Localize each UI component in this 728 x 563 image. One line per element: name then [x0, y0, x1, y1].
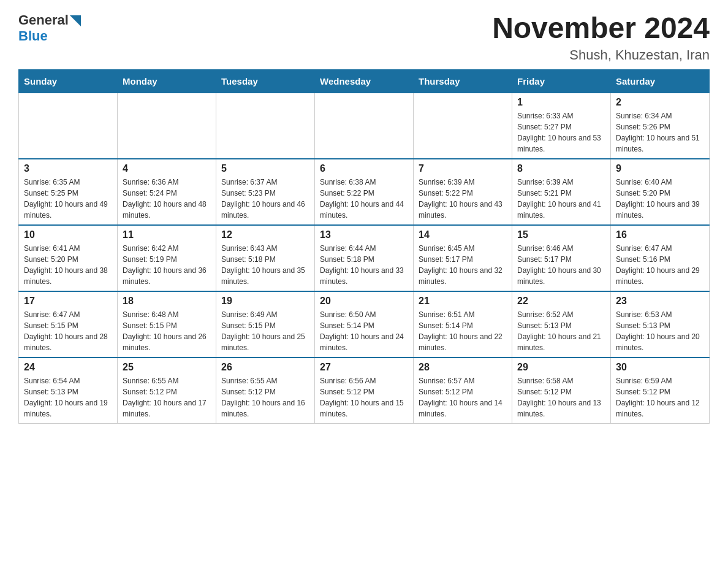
- day-number: 10: [24, 229, 112, 240]
- calendar-cell: 23Sunrise: 6:53 AM Sunset: 5:13 PM Dayli…: [611, 291, 710, 358]
- calendar-cell: 6Sunrise: 6:38 AM Sunset: 5:22 PM Daylig…: [315, 159, 414, 225]
- calendar-cell: 14Sunrise: 6:45 AM Sunset: 5:17 PM Dayli…: [414, 225, 512, 291]
- calendar-cell: [414, 93, 512, 159]
- day-number: 14: [419, 229, 507, 240]
- day-info: Sunrise: 6:47 AM Sunset: 5:16 PM Dayligh…: [616, 243, 704, 287]
- calendar-cell: 12Sunrise: 6:43 AM Sunset: 5:18 PM Dayli…: [216, 225, 315, 291]
- day-number: 23: [616, 296, 704, 307]
- day-info: Sunrise: 6:33 AM Sunset: 5:27 PM Dayligh…: [517, 110, 605, 155]
- calendar-week-row: 17Sunrise: 6:47 AM Sunset: 5:15 PM Dayli…: [19, 291, 710, 358]
- day-number: 25: [123, 362, 211, 373]
- day-number: 18: [123, 296, 211, 307]
- day-info: Sunrise: 6:55 AM Sunset: 5:12 PM Dayligh…: [123, 375, 211, 419]
- day-info: Sunrise: 6:54 AM Sunset: 5:13 PM Dayligh…: [24, 375, 112, 419]
- calendar-cell: 18Sunrise: 6:48 AM Sunset: 5:15 PM Dayli…: [118, 291, 216, 358]
- calendar-table: SundayMondayTuesdayWednesdayThursdayFrid…: [18, 69, 710, 424]
- day-info: Sunrise: 6:51 AM Sunset: 5:14 PM Dayligh…: [419, 309, 507, 353]
- calendar-cell: 27Sunrise: 6:56 AM Sunset: 5:12 PM Dayli…: [315, 358, 414, 424]
- calendar-cell: 10Sunrise: 6:41 AM Sunset: 5:20 PM Dayli…: [19, 225, 118, 291]
- calendar-cell: 22Sunrise: 6:52 AM Sunset: 5:13 PM Dayli…: [512, 291, 611, 358]
- day-info: Sunrise: 6:49 AM Sunset: 5:15 PM Dayligh…: [221, 309, 309, 353]
- calendar-cell: 7Sunrise: 6:39 AM Sunset: 5:22 PM Daylig…: [414, 159, 512, 225]
- calendar-cell: 15Sunrise: 6:46 AM Sunset: 5:17 PM Dayli…: [512, 225, 611, 291]
- calendar-header-row: SundayMondayTuesdayWednesdayThursdayFrid…: [19, 69, 710, 93]
- day-number: 2: [616, 97, 704, 108]
- day-info: Sunrise: 6:45 AM Sunset: 5:17 PM Dayligh…: [419, 243, 507, 287]
- title-block: November 2024 Shush, Khuzestan, Iran: [492, 12, 710, 63]
- day-info: Sunrise: 6:53 AM Sunset: 5:13 PM Dayligh…: [616, 309, 704, 353]
- calendar-cell: [315, 93, 414, 159]
- calendar-cell: 16Sunrise: 6:47 AM Sunset: 5:16 PM Dayli…: [611, 225, 710, 291]
- day-number: 16: [616, 229, 704, 240]
- day-info: Sunrise: 6:48 AM Sunset: 5:15 PM Dayligh…: [123, 309, 211, 353]
- logo: General Blue: [18, 12, 81, 44]
- day-number: 12: [221, 229, 309, 240]
- day-info: Sunrise: 6:36 AM Sunset: 5:24 PM Dayligh…: [123, 177, 211, 221]
- day-number: 27: [320, 362, 408, 373]
- day-info: Sunrise: 6:42 AM Sunset: 5:19 PM Dayligh…: [123, 243, 211, 287]
- day-number: 5: [221, 163, 309, 174]
- calendar-week-row: 10Sunrise: 6:41 AM Sunset: 5:20 PM Dayli…: [19, 225, 710, 291]
- calendar-cell: 8Sunrise: 6:39 AM Sunset: 5:21 PM Daylig…: [512, 159, 611, 225]
- calendar-cell: 17Sunrise: 6:47 AM Sunset: 5:15 PM Dayli…: [19, 291, 118, 358]
- day-number: 28: [419, 362, 507, 373]
- calendar-cell: 13Sunrise: 6:44 AM Sunset: 5:18 PM Dayli…: [315, 225, 414, 291]
- day-info: Sunrise: 6:50 AM Sunset: 5:14 PM Dayligh…: [320, 309, 408, 353]
- calendar-cell: 19Sunrise: 6:49 AM Sunset: 5:15 PM Dayli…: [216, 291, 315, 358]
- calendar-cell: 21Sunrise: 6:51 AM Sunset: 5:14 PM Dayli…: [414, 291, 512, 358]
- weekday-header-wednesday: Wednesday: [315, 69, 414, 93]
- calendar-week-row: 3Sunrise: 6:35 AM Sunset: 5:25 PM Daylig…: [19, 159, 710, 225]
- day-number: 19: [221, 296, 309, 307]
- day-info: Sunrise: 6:35 AM Sunset: 5:25 PM Dayligh…: [24, 177, 112, 221]
- day-number: 11: [123, 229, 211, 240]
- day-info: Sunrise: 6:47 AM Sunset: 5:15 PM Dayligh…: [24, 309, 112, 353]
- day-number: 6: [320, 163, 408, 174]
- day-info: Sunrise: 6:37 AM Sunset: 5:23 PM Dayligh…: [221, 177, 309, 221]
- weekday-header-saturday: Saturday: [611, 69, 710, 93]
- logo-arrow-icon: [70, 15, 81, 26]
- calendar-cell: 29Sunrise: 6:58 AM Sunset: 5:12 PM Dayli…: [512, 358, 611, 424]
- day-info: Sunrise: 6:56 AM Sunset: 5:12 PM Dayligh…: [320, 375, 408, 419]
- calendar-cell: 11Sunrise: 6:42 AM Sunset: 5:19 PM Dayli…: [118, 225, 216, 291]
- day-number: 7: [419, 163, 507, 174]
- day-number: 8: [517, 163, 605, 174]
- day-number: 30: [616, 362, 704, 373]
- day-number: 26: [221, 362, 309, 373]
- day-number: 24: [24, 362, 112, 373]
- day-number: 13: [320, 229, 408, 240]
- day-info: Sunrise: 6:39 AM Sunset: 5:22 PM Dayligh…: [419, 177, 507, 221]
- weekday-header-monday: Monday: [118, 69, 216, 93]
- day-info: Sunrise: 6:39 AM Sunset: 5:21 PM Dayligh…: [517, 177, 605, 221]
- month-year-title: November 2024: [492, 12, 710, 45]
- calendar-cell: 30Sunrise: 6:59 AM Sunset: 5:12 PM Dayli…: [611, 358, 710, 424]
- calendar-cell: 4Sunrise: 6:36 AM Sunset: 5:24 PM Daylig…: [118, 159, 216, 225]
- day-info: Sunrise: 6:40 AM Sunset: 5:20 PM Dayligh…: [616, 177, 704, 221]
- day-number: 4: [123, 163, 211, 174]
- day-info: Sunrise: 6:41 AM Sunset: 5:20 PM Dayligh…: [24, 243, 112, 287]
- calendar-cell: 20Sunrise: 6:50 AM Sunset: 5:14 PM Dayli…: [315, 291, 414, 358]
- day-number: 20: [320, 296, 408, 307]
- calendar-cell: 28Sunrise: 6:57 AM Sunset: 5:12 PM Dayli…: [414, 358, 512, 424]
- logo-blue-text: Blue: [18, 28, 48, 44]
- calendar-cell: 2Sunrise: 6:34 AM Sunset: 5:26 PM Daylig…: [611, 93, 710, 159]
- calendar-cell: 24Sunrise: 6:54 AM Sunset: 5:13 PM Dayli…: [19, 358, 118, 424]
- weekday-header-friday: Friday: [512, 69, 611, 93]
- svg-marker-0: [70, 15, 81, 26]
- day-info: Sunrise: 6:46 AM Sunset: 5:17 PM Dayligh…: [517, 243, 605, 287]
- day-number: 22: [517, 296, 605, 307]
- page-header: General Blue November 2024 Shush, Khuzes…: [18, 12, 710, 63]
- day-info: Sunrise: 6:59 AM Sunset: 5:12 PM Dayligh…: [616, 375, 704, 419]
- weekday-header-thursday: Thursday: [414, 69, 512, 93]
- day-number: 15: [517, 229, 605, 240]
- calendar-cell: [19, 93, 118, 159]
- day-number: 3: [24, 163, 112, 174]
- calendar-cell: 26Sunrise: 6:55 AM Sunset: 5:12 PM Dayli…: [216, 358, 315, 424]
- weekday-header-sunday: Sunday: [19, 69, 118, 93]
- calendar-cell: [118, 93, 216, 159]
- calendar-cell: 9Sunrise: 6:40 AM Sunset: 5:20 PM Daylig…: [611, 159, 710, 225]
- day-info: Sunrise: 6:34 AM Sunset: 5:26 PM Dayligh…: [616, 110, 704, 155]
- day-number: 1: [517, 97, 605, 108]
- calendar-week-row: 1Sunrise: 6:33 AM Sunset: 5:27 PM Daylig…: [19, 93, 710, 159]
- day-info: Sunrise: 6:38 AM Sunset: 5:22 PM Dayligh…: [320, 177, 408, 221]
- calendar-cell: 25Sunrise: 6:55 AM Sunset: 5:12 PM Dayli…: [118, 358, 216, 424]
